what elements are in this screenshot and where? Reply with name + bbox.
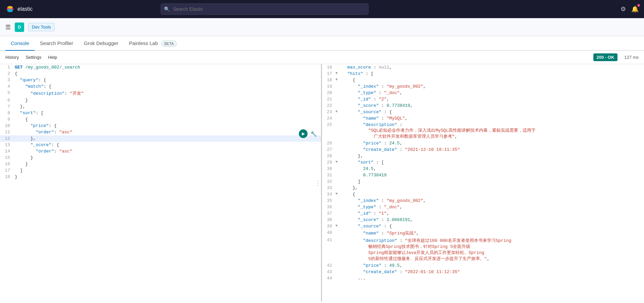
result-content: "_type" : "_doc", xyxy=(341,204,644,210)
result-line-number: 31 xyxy=(322,172,335,178)
fold-icon[interactable]: ▼ xyxy=(335,109,341,115)
fold-icon[interactable]: ▼ xyxy=(335,77,341,83)
line-number: 16 xyxy=(0,161,13,167)
result-line-number: 22 xyxy=(322,102,335,109)
fold-icon xyxy=(335,262,341,269)
dev-tools-breadcrumb[interactable]: Dev Tools xyxy=(28,23,55,31)
line-content[interactable]: { xyxy=(13,116,321,123)
result-line-number: 30 xyxy=(322,166,335,172)
line-content[interactable]: "price": { xyxy=(13,123,321,129)
line-content[interactable]: { xyxy=(13,71,321,77)
tab-search-profiler[interactable]: Search Profiler xyxy=(35,36,78,51)
result-lines: 16 max_score : null, 17 ▼ "hits" : [ 18 … xyxy=(322,64,644,282)
result-row: 35 "_index" : "my_goods_002", xyxy=(322,198,644,204)
result-line-number: 44 xyxy=(322,275,335,282)
response-time: 127 ms xyxy=(624,55,639,60)
result-row: 42 "price" : 49.5, xyxy=(322,262,644,269)
result-content: "sort" : [ xyxy=(341,159,644,166)
help-button[interactable]: Help xyxy=(48,55,57,60)
hamburger-menu[interactable]: ☰ xyxy=(5,24,11,31)
fold-icon xyxy=(335,178,341,185)
result-line-number: 26 xyxy=(322,140,335,146)
result-content: "price" : 24.5, xyxy=(341,140,644,146)
line-content[interactable]: }, xyxy=(13,103,321,110)
line-number: 4 xyxy=(0,83,13,90)
fold-icon xyxy=(335,102,341,109)
result-row: 17 ▼ "hits" : [ xyxy=(322,71,644,77)
result-pane[interactable]: 16 max_score : null, 17 ▼ "hits" : [ 18 … xyxy=(322,64,644,302)
line-content[interactable]: "order": "asc" xyxy=(13,148,321,155)
line-content[interactable]: }, xyxy=(13,135,321,142)
result-line-number: 17 xyxy=(322,71,335,77)
fold-icon xyxy=(335,90,341,96)
line-content[interactable]: "_score": { xyxy=(13,142,321,148)
line-number: 14 xyxy=(0,148,13,155)
top-navigation: elastic 🔍 ⚙ 🔔 xyxy=(0,0,644,18)
notifications-icon[interactable]: 🔔 xyxy=(631,5,639,13)
elastic-text: elastic xyxy=(17,6,33,12)
result-content: "_id" : "2", xyxy=(341,96,644,102)
settings-toolbar-button[interactable]: Settings xyxy=(25,55,41,60)
line-content[interactable]: "description": "开发" xyxy=(13,90,321,97)
result-row: 43 "create_date" : "2022-01-10 11:12:35" xyxy=(322,269,644,275)
tab-console[interactable]: Console xyxy=(5,36,35,51)
line-content[interactable]: "sort": [ xyxy=(13,110,321,116)
fold-icon[interactable]: ▼ xyxy=(335,223,341,229)
elastic-logo[interactable]: elastic xyxy=(5,4,33,14)
line-content[interactable]: } xyxy=(13,155,321,161)
result-line-number: 43 xyxy=(322,269,335,275)
settings-icon[interactable]: ⚙ xyxy=(621,5,626,13)
search-input[interactable] xyxy=(161,3,369,15)
result-content: "_index" : "my_goods_002", xyxy=(341,198,644,204)
global-search-bar[interactable]: 🔍 xyxy=(161,3,369,15)
fold-icon xyxy=(335,140,341,146)
editor-row: 4 "match": { xyxy=(0,83,321,90)
line-number: 17 xyxy=(0,167,13,174)
line-number: 3 xyxy=(0,77,13,83)
result-content: max_score : null, xyxy=(341,64,644,71)
result-row: 39 ▼ "_source" : { xyxy=(322,223,644,229)
history-button[interactable]: History xyxy=(5,55,19,60)
tab-grok-debugger[interactable]: Grok Debugger xyxy=(78,36,124,51)
result-row: 28 }, xyxy=(322,153,644,159)
drag-divider: ⋮ xyxy=(315,179,321,187)
editor-row: 5 "description": "开发" xyxy=(0,90,321,97)
run-button[interactable]: ▶ xyxy=(299,129,308,138)
fold-icon[interactable]: ▼ xyxy=(335,71,341,77)
wrench-button[interactable]: 🔧 xyxy=(310,129,317,138)
beta-badge: BETA xyxy=(161,41,177,47)
result-row: 19 "_index" : "my_goods_002", xyxy=(322,83,644,90)
result-content: 24.5, xyxy=(341,166,644,172)
fold-icon xyxy=(335,269,341,275)
result-line-number: 36 xyxy=(322,204,335,210)
line-content[interactable]: "query": { xyxy=(13,77,321,83)
editor-pane[interactable]: 1 GET /my_goods_002/_search 2 { 3 "query… xyxy=(0,64,322,302)
fold-icon xyxy=(335,122,341,140)
line-content[interactable]: GET /my_goods_002/_search xyxy=(13,64,321,71)
line-content[interactable]: ] xyxy=(13,167,321,174)
result-line-number: 29 xyxy=(322,159,335,166)
result-line-number: 23 xyxy=(322,109,335,115)
result-content: "_score" : 0.7738419, xyxy=(341,102,644,109)
result-line-number: 19 xyxy=(322,83,335,90)
result-row: 21 "_id" : "2", xyxy=(322,96,644,102)
user-avatar[interactable]: D xyxy=(15,23,24,32)
result-line-number: 25 xyxy=(322,122,335,140)
fold-icon xyxy=(335,275,341,282)
line-number: 13 xyxy=(0,142,13,148)
line-content[interactable]: } xyxy=(13,161,321,167)
editor-row: 9 { xyxy=(0,116,321,123)
tab-painless-lab[interactable]: Painless Lab BETA xyxy=(124,36,182,51)
line-content[interactable]: } xyxy=(13,174,321,180)
line-content[interactable]: "order": "asc" xyxy=(13,129,321,135)
result-line-number: 16 xyxy=(322,64,335,71)
line-content[interactable]: "match": { xyxy=(13,83,321,90)
fold-icon[interactable]: ▼ xyxy=(335,159,341,166)
line-content[interactable]: } xyxy=(13,97,321,103)
fold-icon[interactable]: ▼ xyxy=(335,191,341,198)
editor-row: 17 ] xyxy=(0,167,321,174)
fold-icon[interactable] xyxy=(335,64,341,71)
result-content: }, xyxy=(341,153,644,159)
result-content: "_score" : 1.0668191, xyxy=(341,217,644,223)
fold-icon xyxy=(335,115,341,122)
